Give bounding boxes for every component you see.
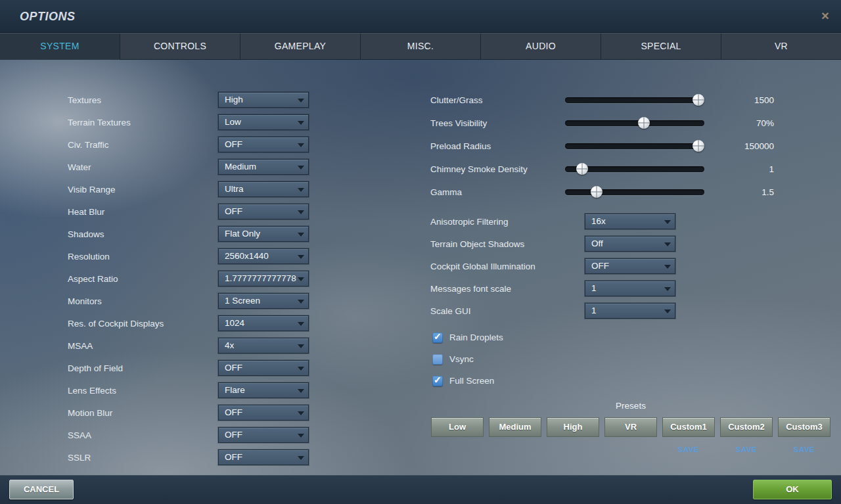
select-value: 1.7777777777778: [225, 271, 296, 286]
ok-button[interactable]: OK: [753, 480, 832, 499]
setting-row-shadows: Shadows Flat Only: [58, 223, 321, 245]
select-water[interactable]: Medium: [218, 159, 309, 175]
select-value: OFF: [225, 137, 242, 152]
tab-vr[interactable]: VR: [721, 34, 841, 60]
select-value: 1: [591, 281, 597, 296]
select-aspect-ratio[interactable]: 1.7777777777778: [218, 271, 309, 286]
setting-row-motion-blur: Motion Blur OFF: [58, 401, 321, 424]
chevron-down-icon: [298, 255, 304, 259]
setting-row-ssaa: SSAA OFF: [58, 424, 321, 446]
select-cockpit-global-illumination[interactable]: OFF: [585, 258, 675, 274]
slider-knob[interactable]: [576, 163, 588, 175]
checkbox-full-screen[interactable]: ✓: [432, 376, 443, 386]
select-civ-traffic[interactable]: OFF: [218, 137, 309, 152]
setting-label: Water: [68, 162, 91, 172]
setting-label: Resolution: [68, 252, 110, 262]
slider-knob[interactable]: [591, 186, 602, 198]
preset-medium-button[interactable]: Medium: [489, 417, 541, 437]
setting-label: Terrain Object Shadows: [430, 239, 524, 249]
select-value: 1: [591, 304, 597, 318]
checkbox-row-full-screen[interactable]: ✓ Full Screen: [420, 370, 683, 392]
chevron-down-icon: [298, 210, 304, 214]
footer-bar: CANCEL OK: [0, 475, 841, 504]
checkbox-row-rain-droplets[interactable]: ✓ Rain Droplets: [420, 327, 683, 348]
setting-row-terrain-textures: Terrain Textures Low: [58, 111, 321, 133]
preset-low-button[interactable]: Low: [431, 417, 484, 437]
setting-label: Monitors: [68, 296, 102, 306]
select-textures[interactable]: High: [218, 92, 309, 108]
select-anisotropic-filtering[interactable]: 16x: [585, 214, 675, 229]
preset-custom3-button[interactable]: Custom3: [778, 417, 830, 437]
setting-row-aspect-ratio: Aspect Ratio 1.7777777777778: [58, 267, 321, 290]
slider-knob[interactable]: [638, 117, 650, 129]
select-lens-effects[interactable]: Flare: [218, 382, 309, 398]
setting-row-civ-traffic: Civ. Traffic OFF: [58, 133, 321, 156]
slider-knob[interactable]: [693, 140, 704, 152]
checkbox-row-vsync[interactable]: ✓ Vsync: [420, 348, 683, 370]
select-messages-font-scale[interactable]: 1: [585, 281, 675, 296]
setting-row-textures: Textures High: [58, 89, 321, 111]
checkbox-rain-droplets[interactable]: ✓: [432, 332, 443, 343]
slider-chimney-smoke-density[interactable]: [565, 166, 704, 172]
setting-label: Aspect Ratio: [68, 274, 118, 284]
slider-label: Clutter/Grass: [430, 95, 483, 105]
select-scale-gui[interactable]: 1: [585, 303, 675, 319]
save-custom2-link[interactable]: SAVE: [736, 446, 757, 453]
cancel-button[interactable]: CANCEL: [9, 480, 74, 499]
slider-value: 70%: [756, 118, 774, 128]
select-shadows[interactable]: Flat Only: [218, 226, 309, 242]
tab-gameplay[interactable]: GAMEPLAY: [240, 34, 361, 60]
select-resolution[interactable]: 2560x1440: [218, 248, 309, 264]
select-monitors[interactable]: 1 Screen: [218, 293, 309, 309]
tab-misc[interactable]: MISC.: [361, 34, 481, 60]
slider-value: 1500: [754, 95, 774, 105]
setting-label: Lens Effects: [68, 386, 116, 396]
slider-knob[interactable]: [693, 94, 704, 106]
setting-label: Res. of Cockpit Displays: [68, 319, 164, 329]
slider-preload-radius[interactable]: [565, 143, 704, 149]
slider-clutter-grass[interactable]: [565, 97, 704, 103]
checkbox-vsync[interactable]: ✓: [432, 354, 443, 365]
chevron-down-icon: [298, 188, 304, 192]
select-heat-blur[interactable]: OFF: [218, 204, 309, 219]
tab-audio[interactable]: AUDIO: [481, 34, 601, 60]
select-msaa[interactable]: 4x: [218, 338, 309, 354]
setting-label: Heat Blur: [68, 207, 104, 217]
setting-label: Motion Blur: [68, 408, 112, 418]
setting-row-resolution: Resolution 2560x1440: [58, 245, 321, 267]
save-custom1-link[interactable]: SAVE: [678, 446, 699, 453]
chevron-down-icon: [298, 456, 304, 460]
select-sslr[interactable]: OFF: [218, 449, 309, 465]
select-terrain-object-shadows[interactable]: Off: [585, 236, 675, 252]
graphics-settings-column: Textures High Terrain Textures Low Civ. …: [58, 89, 321, 469]
slider-trees-visibility[interactable]: [565, 120, 704, 126]
select-value: OFF: [591, 259, 609, 273]
preset-custom2-button[interactable]: Custom2: [720, 417, 773, 437]
tab-special[interactable]: SPECIAL: [601, 34, 721, 60]
preset-vr-button[interactable]: VR: [604, 417, 657, 437]
preset-high-button[interactable]: High: [547, 417, 599, 437]
preset-custom1-button[interactable]: Custom1: [662, 417, 715, 437]
select-res-cockpit-displays[interactable]: 1024: [218, 315, 309, 331]
tab-controls[interactable]: CONTROLS: [120, 34, 240, 60]
chevron-down-icon: [298, 300, 304, 304]
checkbox-label: Vsync: [449, 354, 474, 364]
select-value: Medium: [225, 160, 256, 174]
close-icon[interactable]: ✕: [817, 9, 833, 24]
save-custom3-link[interactable]: SAVE: [794, 446, 815, 453]
slider-gamma[interactable]: [565, 189, 704, 195]
setting-row-heat-blur: Heat Blur OFF: [58, 200, 321, 223]
slider-value: 1.5: [761, 187, 774, 197]
select-ssaa[interactable]: OFF: [218, 427, 309, 443]
select-motion-blur[interactable]: OFF: [218, 405, 309, 421]
select-value: Flare: [225, 383, 245, 398]
chevron-down-icon: [298, 367, 304, 371]
select-terrain-textures[interactable]: Low: [218, 114, 309, 130]
chevron-down-icon: [664, 309, 671, 313]
select-value: 1 Screen: [225, 294, 260, 308]
slider-row-trees-visibility: Trees Visibility 70%: [420, 112, 782, 135]
slider-value: 150000: [744, 141, 774, 151]
select-visib-range[interactable]: Ultra: [218, 181, 309, 197]
tab-system[interactable]: SYSTEM: [0, 34, 120, 60]
select-depth-of-field[interactable]: OFF: [218, 360, 309, 376]
